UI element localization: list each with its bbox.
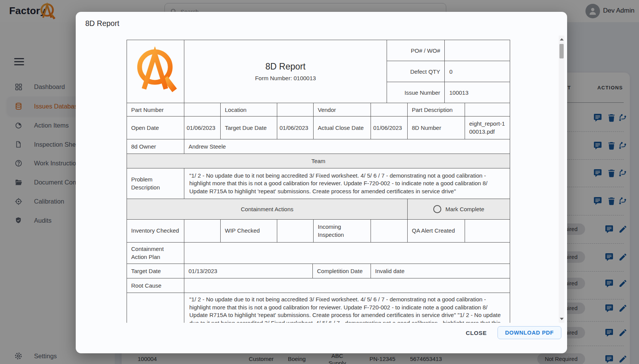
vendor-label: Vendor: [314, 103, 371, 116]
po-wo-value: [445, 40, 510, 61]
completition-date-label: Completition Date: [313, 264, 371, 278]
team-section-header: Team: [127, 154, 510, 168]
mark-complete-label: Mark Complete: [446, 206, 485, 212]
location-label: Location: [221, 103, 277, 116]
part-number-label: Part Number: [127, 103, 184, 116]
mark-complete-cell: Mark Complete: [408, 199, 510, 219]
qa-alert-created-value: [465, 220, 510, 242]
download-pdf-button[interactable]: DOWNLOAD PDF: [498, 326, 561, 339]
actual-close-date-label: Actual Close Date: [314, 116, 371, 139]
footer-text-value: "1/ 2 - No update due to it not being ac…: [184, 293, 510, 323]
containment-plan-label: Containment Action Plan: [127, 243, 184, 264]
problem-description-value: "1/ 2 - No update due to it not being ac…: [184, 168, 510, 199]
location-value: [277, 103, 314, 116]
containment-plan-value: [184, 243, 510, 264]
target-due-date-value: 01/06/2023: [277, 116, 314, 139]
report-title: 8D Report: [265, 61, 306, 72]
down-triangle-icon: [560, 318, 564, 320]
owner-value: Andrew Steele: [184, 139, 510, 154]
8d-report-modal: 8D Report: [76, 12, 567, 353]
screen: Factory Search: [0, 0, 639, 364]
modal-title: 8D Report: [85, 19, 119, 28]
report-table: 8D Report Form Number: 0100013 PO# / WO#…: [127, 40, 510, 323]
target-due-date-label: Target Due Date: [221, 116, 277, 139]
vendor-value: [371, 103, 408, 116]
part-description-label: Part Description: [408, 103, 465, 116]
incoming-inspection-label: Incoming Inspection: [314, 220, 371, 242]
inventory-checked-value: [184, 220, 221, 242]
close-button[interactable]: CLOSE: [466, 330, 487, 336]
8d-number-label: 8D Number: [408, 116, 465, 139]
defect-qty-label: Defect QTY: [387, 61, 445, 82]
open-date-label: Open Date: [127, 116, 184, 139]
up-triangle-icon: [560, 38, 564, 40]
incoming-inspection-value: [371, 220, 408, 242]
report-title-cell: 8D Report Form Number: 0100013: [184, 40, 387, 103]
defect-qty-value: 0: [445, 61, 510, 82]
target-date-value: 01/13/2023: [184, 264, 313, 278]
scrollbar-up-arrow[interactable]: [559, 36, 564, 42]
modal-scrollbar[interactable]: [559, 36, 564, 323]
actual-close-date-value: 01/06/2023: [371, 116, 408, 139]
issue-number-label: Issue Number: [387, 82, 445, 103]
po-wo-label: PO# / WO#: [387, 40, 445, 61]
open-date-value: 01/06/2023: [184, 116, 221, 139]
report-header-fields: PO# / WO# Defect QTY 0 Issue Number 1000…: [387, 40, 510, 103]
qa-logo-icon: [132, 47, 179, 96]
qa-alert-created-label: QA Alert Created: [408, 220, 465, 242]
footer-empty-label: [127, 293, 184, 323]
part-number-value: [184, 103, 221, 116]
scrollbar-thumb[interactable]: [559, 44, 564, 58]
completition-date-value: Invalid date: [371, 264, 510, 278]
problem-description-label: Problem Description: [127, 168, 184, 199]
report-form-number: Form Number: 0100013: [255, 75, 316, 81]
containment-section-header: Containment Actions: [127, 199, 408, 219]
wip-checked-value: [277, 220, 314, 242]
inventory-checked-label: Inventory Checked: [127, 220, 184, 242]
8d-number-value: eight_report-100013.pdf: [465, 116, 510, 139]
report-scroll-area[interactable]: 8D Report Form Number: 0100013 PO# / WO#…: [76, 36, 558, 323]
root-cause-value: [184, 278, 510, 293]
target-date-label: Target Date: [127, 264, 184, 278]
report-logo-cell: [127, 40, 184, 103]
mark-complete-radio[interactable]: [433, 205, 441, 213]
modal-actions: CLOSE DOWNLOAD PDF: [466, 326, 561, 339]
part-description-value: [465, 103, 510, 116]
owner-label: 8d Owner: [127, 139, 184, 154]
scrollbar-down-arrow[interactable]: [559, 316, 564, 322]
root-cause-label: Root Cause: [127, 278, 184, 293]
wip-checked-label: WIP Checked: [221, 220, 277, 242]
issue-number-value: 100013: [445, 82, 510, 103]
